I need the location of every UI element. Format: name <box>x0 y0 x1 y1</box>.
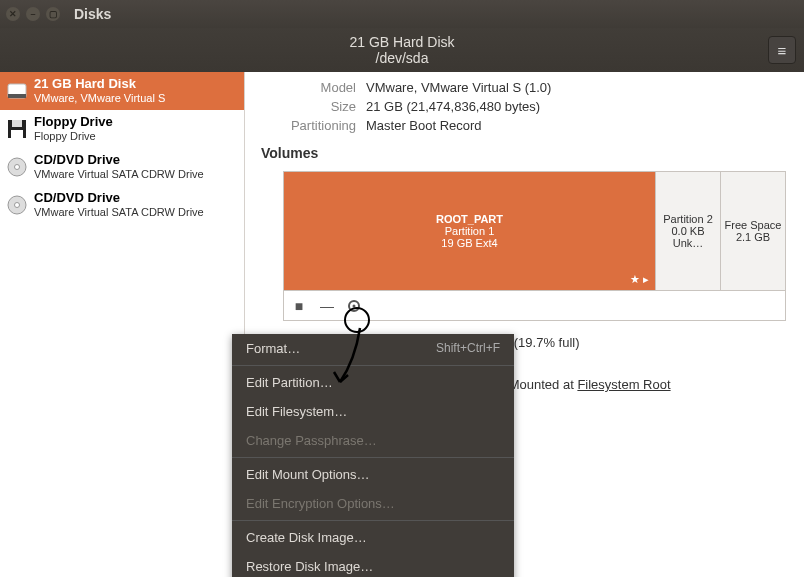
header-bar: 21 GB Hard Disk /dev/sda ≡ <box>0 28 804 72</box>
floppy-icon <box>6 118 28 140</box>
cd-icon <box>6 194 28 216</box>
remove-button[interactable]: — <box>318 298 336 314</box>
sidebar-item-title: Floppy Drive <box>34 114 113 129</box>
volumes-box: ROOT_PART Partition 1 19 GB Ext4 ★ ▸ Par… <box>283 171 786 321</box>
volume-cell-free[interactable]: Free Space 2.1 GB <box>720 172 785 290</box>
sidebar-item-sub: Floppy Drive <box>34 129 113 144</box>
volume-partition: Partition 1 <box>445 225 495 237</box>
window-title: Disks <box>74 6 111 22</box>
menu-item-edit-mount-options[interactable]: Edit Mount Options… <box>232 460 514 489</box>
prop-val-model: VMware, VMware Virtual S (1.0) <box>366 80 788 95</box>
svg-point-6 <box>15 165 20 170</box>
menu-label: Format… <box>246 341 300 356</box>
menu-label: Edit Mount Options… <box>246 467 370 482</box>
svg-rect-3 <box>12 120 22 127</box>
volume-label: Free Space <box>725 219 782 231</box>
menu-separator <box>232 520 514 521</box>
prop-label-model: Model <box>261 80 356 95</box>
header-disk-label: 21 GB Hard Disk <box>349 34 454 50</box>
volume-size: 0.0 KB Unk… <box>656 225 720 249</box>
volume-label: ROOT_PART <box>436 213 503 225</box>
volume-cell-p2[interactable]: Partition 2 0.0 KB Unk… <box>655 172 720 290</box>
hamburger-icon: ≡ <box>778 42 787 59</box>
sidebar-item-title: CD/DVD Drive <box>34 190 204 205</box>
prop-val-partitioning: Master Boot Record <box>366 118 788 133</box>
volume-size: 2.1 GB <box>736 231 770 243</box>
menu-accel: Shift+Ctrl+F <box>436 341 500 356</box>
volumes-grid: ROOT_PART Partition 1 19 GB Ext4 ★ ▸ Par… <box>284 172 785 290</box>
menu-item-change-passphrase: Change Passphrase… <box>232 426 514 455</box>
sidebar-item-cddvd-1[interactable]: CD/DVD Drive VMware Virtual SATA CDRW Dr… <box>0 148 244 186</box>
window-buttons: ✕ – ▢ <box>6 7 60 21</box>
volumes-heading: Volumes <box>261 145 788 161</box>
svg-rect-1 <box>8 94 26 98</box>
volume-label: Partition 2 <box>663 213 713 225</box>
titlebar: ✕ – ▢ Disks <box>0 0 804 28</box>
prop-val-size: 21 GB (21,474,836,480 bytes) <box>366 99 788 114</box>
prop-label-size: Size <box>261 99 356 114</box>
menu-item-create-disk-image[interactable]: Create Disk Image… <box>232 523 514 552</box>
close-window-button[interactable]: ✕ <box>6 7 20 21</box>
unmount-button[interactable]: ■ <box>290 298 308 314</box>
menu-item-restore-disk-image[interactable]: Restore Disk Image… <box>232 552 514 577</box>
device-sidebar: 21 GB Hard Disk VMware, VMware Virtual S… <box>0 72 245 577</box>
sidebar-item-sub: VMware Virtual SATA CDRW Drive <box>34 205 204 220</box>
minimize-window-button[interactable]: – <box>26 7 40 21</box>
prop-label-partitioning: Partitioning <box>261 118 356 133</box>
sidebar-item-title: CD/DVD Drive <box>34 152 204 167</box>
menu-label: Restore Disk Image… <box>246 559 373 574</box>
filesystem-root-link[interactable]: Filesystem Root <box>577 377 670 392</box>
header-text: 21 GB Hard Disk /dev/sda <box>349 34 454 66</box>
menu-label: Edit Filesystem… <box>246 404 347 419</box>
svg-point-8 <box>15 203 20 208</box>
harddisk-icon <box>6 80 28 102</box>
cd-icon <box>6 156 28 178</box>
sidebar-item-hard-disk[interactable]: 21 GB Hard Disk VMware, VMware Virtual S <box>0 72 244 110</box>
sidebar-item-sub: VMware Virtual SATA CDRW Drive <box>34 167 204 182</box>
volume-star-icon: ★ ▸ <box>630 273 649 286</box>
menu-item-edit-filesystem[interactable]: Edit Filesystem… <box>232 397 514 426</box>
hamburger-button[interactable]: ≡ <box>768 36 796 64</box>
header-disk-path: /dev/sda <box>349 50 454 66</box>
sidebar-item-cddvd-2[interactable]: CD/DVD Drive VMware Virtual SATA CDRW Dr… <box>0 186 244 224</box>
menu-label: Create Disk Image… <box>246 530 367 545</box>
menu-separator <box>232 457 514 458</box>
sidebar-item-floppy[interactable]: Floppy Drive Floppy Drive <box>0 110 244 148</box>
svg-rect-4 <box>11 130 23 138</box>
volume-size: 19 GB Ext4 <box>441 237 497 249</box>
volume-cell-root[interactable]: ROOT_PART Partition 1 19 GB Ext4 ★ ▸ <box>284 172 655 290</box>
maximize-window-button[interactable]: ▢ <box>46 7 60 21</box>
annotation-arrow <box>310 320 380 400</box>
disk-properties: Model VMware, VMware Virtual S (1.0) Siz… <box>261 80 788 133</box>
sidebar-item-title: 21 GB Hard Disk <box>34 76 165 91</box>
menu-item-edit-encryption-options: Edit Encryption Options… <box>232 489 514 518</box>
sidebar-item-sub: VMware, VMware Virtual S <box>34 91 165 106</box>
menu-label: Change Passphrase… <box>246 433 377 448</box>
menu-label: Edit Encryption Options… <box>246 496 395 511</box>
